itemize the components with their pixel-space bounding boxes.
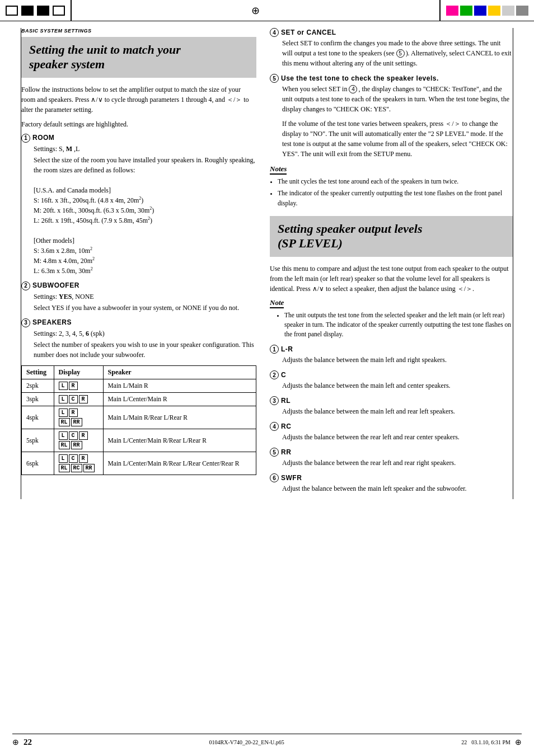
top-bar: ⊕ xyxy=(0,0,534,21)
color-block-blue xyxy=(474,6,486,16)
table-row: 5spk L C R RL xyxy=(22,429,256,452)
sp-note: Note The unit outputs the test tone from… xyxy=(270,298,513,340)
speaker-2spk: Main L/Main R xyxy=(103,379,256,392)
sp-c-title: C xyxy=(281,371,286,379)
test-tone-para1: When you select SET in 4, the display ch… xyxy=(282,84,513,114)
ref-5-icon: 5 xyxy=(396,49,405,58)
col-display: Display xyxy=(54,365,103,379)
usa-m: M: 20ft. x 16ft., 300sq.ft. (6.3 x 5.0m,… xyxy=(34,205,256,215)
main-content: BASIC SYSTEM SETTINGS Setting the unit t… xyxy=(21,28,513,499)
speaker-3spk: Main L/Center/Main R xyxy=(103,392,256,406)
col-speaker: Speaker xyxy=(103,365,256,379)
title-box-left: Setting the unit to match your speaker s… xyxy=(21,37,256,78)
table-row: 3spk L C R Main L/Center xyxy=(22,392,256,406)
sp-note-item: The unit outputs the test tone from the … xyxy=(284,311,513,340)
top-bar-rect-1 xyxy=(6,6,18,16)
sp-note-list: The unit outputs the test tone from the … xyxy=(270,311,513,340)
display-3spk: L C R xyxy=(54,392,103,406)
table-row: 2spk L R Main L/Main R xyxy=(22,379,256,392)
sp-rr-section: 5 RR Adjusts the balance between the rea… xyxy=(270,448,513,468)
speakers-content: Settings: 2, 3, 4, 5, 6 (spk) Select the… xyxy=(21,328,256,360)
section-label: BASIC SYSTEM SETTINGS xyxy=(21,28,256,34)
test-tone-section: 5 Use the test tone to check the speaker… xyxy=(270,74,513,159)
right-column: 4 SET or CANCEL Select SET to confirm th… xyxy=(270,28,513,499)
other-models-label: [Other models] xyxy=(34,236,256,246)
room-num: 1 xyxy=(21,134,30,143)
subwoofer-heading: 2 SUBWOOFER xyxy=(21,281,256,290)
sp-rr-desc: Adjusts the balance between the rear lef… xyxy=(282,458,513,468)
other-s: S: 3.6m x 2.8m, 10m2 xyxy=(34,246,256,256)
setting-3spk: 3spk xyxy=(22,392,54,406)
footer-date: 03.1.10, 6:31 PM xyxy=(471,739,510,745)
speakers-section: 3 SPEAKERS Settings: 2, 3, 4, 5, 6 (spk)… xyxy=(21,318,256,360)
left-column: BASIC SYSTEM SETTINGS Setting the unit t… xyxy=(21,28,256,499)
display-2spk: L R xyxy=(54,379,103,392)
left-margin xyxy=(12,28,21,499)
sp-c-section: 2 C Adjusts the balance between the main… xyxy=(270,370,513,391)
test-tone-content: When you select SET in 4, the display ch… xyxy=(270,84,513,159)
room-desc: Select the size of the room you have ins… xyxy=(34,155,256,175)
ref-4-icon: 4 xyxy=(349,85,357,93)
sp-lr-num: 1 xyxy=(270,345,279,354)
sp-lr-heading: 1 L-R xyxy=(270,345,513,354)
color-block-yellow xyxy=(488,6,500,16)
sp-rl-title: RL xyxy=(281,397,291,405)
sp-rc-section: 4 RC Adjusts the balance between the rea… xyxy=(270,422,513,442)
color-block-pink xyxy=(446,6,458,16)
page: ⊕ BASIC SYSTEM SETTINGS Setting the unit… xyxy=(0,0,534,756)
set-cancel-title: SET or CANCEL xyxy=(281,29,336,36)
sp-title-box: Setting speaker output levels(SP LEVEL) xyxy=(270,216,513,257)
speakers-title: SPEAKERS xyxy=(32,318,72,326)
sp-c-heading: 2 C xyxy=(270,370,513,379)
usa-s: S: 16ft. x 3ft., 200sq.ft. (4.8 x 4m, 20… xyxy=(34,195,256,205)
sp-swfr-section: 6 SWFR Adjust the balance between the ma… xyxy=(270,473,513,494)
room-section: 1 ROOM Settings: S, M ,L Select the size… xyxy=(21,134,256,276)
sp-rc-desc: Adjusts the balance between the rear lef… xyxy=(282,432,513,442)
speakers-heading: 3 SPEAKERS xyxy=(21,318,256,327)
top-bar-rect-4 xyxy=(53,6,65,16)
sp-c-desc: Adjusts the balance between the main lef… xyxy=(282,381,513,391)
note-item-1: The unit cycles the test tone around eac… xyxy=(278,177,513,186)
col-setting: Setting xyxy=(22,365,54,379)
speaker-4spk: Main L/Main R/Rear L/Rear R xyxy=(103,406,256,429)
display-5spk: L C R RL RR xyxy=(54,429,103,452)
notes-list: The unit cycles the test tone around eac… xyxy=(270,177,513,208)
sp-swfr-desc: Adjust the balance between the main left… xyxy=(282,483,513,494)
right-margin xyxy=(513,28,522,499)
sp-rl-section: 3 RL Adjusts the balance between the mai… xyxy=(270,396,513,416)
sp-swfr-heading: 6 SWFR xyxy=(270,473,513,482)
page-number: 22 xyxy=(24,738,32,747)
footer-code: 0104RX-V740_20-22_EN-U.p65 xyxy=(209,739,284,745)
subwoofer-settings: Settings: YES, NONE xyxy=(34,292,256,302)
sp-rr-title: RR xyxy=(281,448,291,456)
set-cancel-section: 4 SET or CANCEL Select SET to confirm th… xyxy=(270,28,513,68)
top-bar-left xyxy=(0,0,72,21)
sp-rr-content: Adjusts the balance between the rear lef… xyxy=(270,458,513,468)
sp-lr-desc: Adjusts the balance between the main lef… xyxy=(282,355,513,365)
set-cancel-content: Select SET to confirm the changes you ma… xyxy=(270,38,513,68)
subwoofer-section: 2 SUBWOOFER Settings: YES, NONE Select Y… xyxy=(21,281,256,313)
sp-rl-desc: Adjusts the balance between the main lef… xyxy=(282,406,513,416)
note-item-2: The indicator of the speaker currently o… xyxy=(278,189,513,208)
sp-rc-content: Adjusts the balance between the rear lef… xyxy=(270,432,513,442)
other-m: M: 4.8m x 4.0m, 20m2 xyxy=(34,256,256,266)
sp-lr-title: L-R xyxy=(281,345,293,353)
sp-rl-num: 3 xyxy=(270,396,279,405)
room-settings: Settings: S, M ,L xyxy=(34,144,256,154)
set-cancel-desc: Select SET to confirm the changes you ma… xyxy=(282,38,513,68)
sp-lr-content: Adjusts the balance between the main lef… xyxy=(270,355,513,365)
notes-box: Notes The unit cycles the test tone arou… xyxy=(270,165,513,208)
setting-5spk: 5spk xyxy=(22,429,54,452)
top-bar-rect-3 xyxy=(37,6,49,16)
color-block-green xyxy=(460,6,472,16)
test-tone-para2: If the volume of the test tone varies be… xyxy=(282,119,513,159)
room-content: Settings: S, M ,L Select the size of the… xyxy=(21,144,256,276)
test-tone-heading: 5 Use the test tone to check the speaker… xyxy=(270,74,513,83)
setting-2spk: 2spk xyxy=(22,379,54,392)
sp-note-title: Note xyxy=(270,298,284,308)
table-row: 6spk L C R RL xyxy=(22,452,256,475)
sp-rc-heading: 4 RC xyxy=(270,422,513,431)
setting-4spk: 4spk xyxy=(22,406,54,429)
intro-para-2: Factory default settings are highlighted… xyxy=(21,119,256,129)
set-cancel-heading: 4 SET or CANCEL xyxy=(270,28,513,37)
